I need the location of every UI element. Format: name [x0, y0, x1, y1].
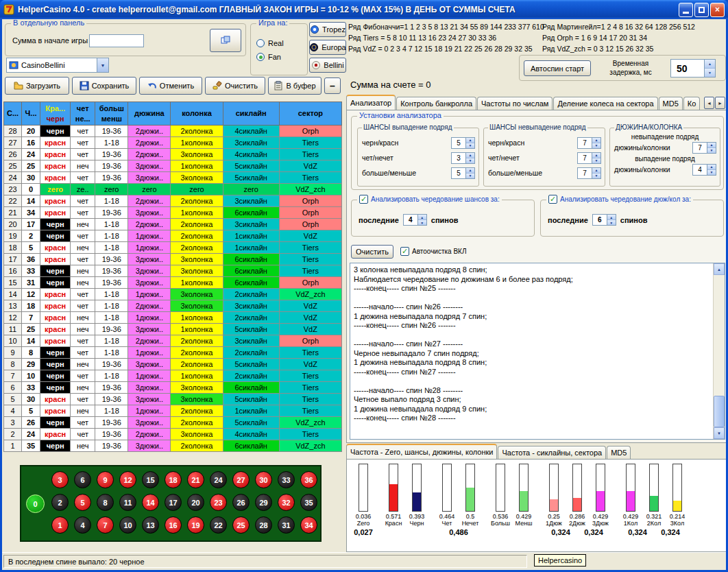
board-number-19[interactable]: 19: [187, 516, 204, 534]
board-number-25[interactable]: 25: [232, 516, 250, 534]
chance-hit-spinner-1-up-icon[interactable]: ▲: [466, 138, 474, 143]
log-scrollbar[interactable]: ▲ ▼: [713, 263, 725, 439]
delay-spinner-value[interactable]: 50: [671, 60, 704, 77]
chance-miss-spinner-1-value[interactable]: 7: [578, 138, 592, 148]
alt-dozens-checkbox[interactable]: ✓Анализировать чередование дюж/кол за:: [548, 195, 691, 204]
board-number-35[interactable]: 35: [300, 494, 317, 511]
dozen-miss-spinner-value[interactable]: 7: [693, 143, 707, 153]
chance-hit-spinner-2-value[interactable]: 3: [452, 153, 465, 163]
alt-chances-spins-spinner-up-icon[interactable]: ▲: [418, 215, 426, 220]
tab-freq-main[interactable]: Частота - Zero, шансы, дюжины, колонки: [346, 444, 497, 460]
minimize-button[interactable]: [679, 3, 693, 17]
board-number-22[interactable]: 22: [210, 516, 227, 534]
scrollbar-thumb[interactable]: [714, 396, 725, 427]
tab-number-frequencies[interactable]: Частоты по числам: [477, 97, 553, 111]
tab-freq-md5[interactable]: MD5: [607, 446, 631, 460]
analysis-log[interactable]: 3 колонка невыпадала подряд 8 спин; Набл…: [350, 263, 725, 440]
dozen-hit-spinner-down-icon[interactable]: ▼: [707, 170, 716, 175]
board-number-23[interactable]: 23: [210, 494, 227, 511]
chance-miss-spinner-2-up-icon[interactable]: ▲: [592, 153, 600, 158]
tabs-scroll-right-icon[interactable]: ►: [715, 97, 725, 109]
collapse-button[interactable]: –: [324, 78, 341, 94]
maximize-button[interactable]: [694, 3, 709, 17]
to-clipboard-button[interactable]: В буфер: [268, 77, 321, 95]
board-number-6[interactable]: 6: [74, 471, 91, 488]
board-number-5[interactable]: 5: [74, 494, 91, 511]
autoclear-checkbox[interactable]: ✓Автоочистка ВКЛ: [400, 247, 467, 256]
load-button[interactable]: Загрузить: [5, 77, 69, 95]
combo-dropdown-button[interactable]: ▼: [97, 58, 108, 72]
board-number-33[interactable]: 33: [278, 471, 295, 488]
undo-button[interactable]: Отменить: [139, 77, 202, 95]
dozen-hit-spinner-value[interactable]: 4: [693, 165, 707, 175]
board-number-13[interactable]: 13: [142, 516, 159, 534]
board-number-28[interactable]: 28: [255, 516, 272, 534]
board-number-24[interactable]: 24: [210, 471, 227, 488]
board-number-1[interactable]: 1: [51, 516, 69, 534]
tab-more[interactable]: Ко: [683, 97, 701, 111]
dozen-miss-spinner-up-icon[interactable]: ▲: [707, 143, 716, 148]
tabs-scroll-left-icon[interactable]: ◄: [704, 97, 714, 109]
alt-dozens-spins-spinner-up-icon[interactable]: ▲: [607, 215, 616, 220]
alt-chances-spins-spinner-value[interactable]: 4: [404, 215, 417, 225]
board-number-3[interactable]: 3: [51, 471, 69, 488]
chance-miss-spinner-2-value[interactable]: 7: [578, 153, 592, 163]
board-number-20[interactable]: 20: [187, 494, 204, 511]
chance-hit-spinner-1-value[interactable]: 5: [452, 138, 465, 148]
alt-chances-checkbox[interactable]: ✓Анализировать чередование шансов за:: [359, 195, 500, 204]
board-number-16[interactable]: 16: [165, 516, 182, 534]
casino-button-bellini[interactable]: Bellini: [309, 58, 346, 73]
board-number-4[interactable]: 4: [74, 516, 91, 534]
tab-bankroll-control[interactable]: Контроль банкролла: [396, 97, 476, 111]
start-sum-input[interactable]: [89, 34, 144, 47]
detach-panel-button[interactable]: [210, 29, 241, 52]
chance-miss-spinner-3-value[interactable]: 7: [578, 168, 592, 178]
alt-chances-spins-spinner-down-icon[interactable]: ▼: [418, 220, 426, 225]
board-number-21[interactable]: 21: [187, 471, 204, 488]
close-button[interactable]: ×: [710, 3, 725, 17]
autospin-start-button[interactable]: Автоспин старт: [524, 60, 591, 76]
board-number-9[interactable]: 9: [97, 471, 114, 488]
board-number-34[interactable]: 34: [300, 516, 317, 534]
board-number-17[interactable]: 17: [165, 494, 182, 511]
chance-hit-spinner-1-down-icon[interactable]: ▼: [466, 143, 474, 148]
alt-dozens-spins-spinner-down-icon[interactable]: ▼: [607, 220, 616, 225]
board-number-32[interactable]: 32: [278, 494, 295, 511]
board-number-26[interactable]: 26: [232, 494, 250, 511]
board-number-2[interactable]: 2: [51, 494, 69, 511]
alt-dozens-spins-spinner-value[interactable]: 6: [593, 215, 607, 225]
chance-miss-spinner-3-up-icon[interactable]: ▲: [592, 168, 600, 174]
tab-md5[interactable]: MD5: [659, 97, 683, 111]
board-number-30[interactable]: 30: [255, 471, 272, 488]
board-number-14[interactable]: 14: [142, 494, 159, 511]
chance-miss-spinner-3-down-icon[interactable]: ▼: [592, 174, 600, 178]
chance-miss-spinner-1-down-icon[interactable]: ▼: [592, 143, 600, 148]
board-number-15[interactable]: 15: [142, 471, 159, 488]
clear-log-button[interactable]: Очистить: [351, 245, 393, 259]
dozen-hit-spinner-up-icon[interactable]: ▲: [707, 165, 716, 170]
chance-hit-spinner-3-value[interactable]: 5: [452, 168, 465, 178]
radio-real[interactable]: Real: [256, 39, 302, 47]
chance-miss-spinner-2-down-icon[interactable]: ▼: [592, 158, 600, 163]
board-number-36[interactable]: 36: [300, 471, 317, 488]
chance-hit-spinner-3-down-icon[interactable]: ▼: [466, 174, 474, 178]
chance-miss-spinner-1-up-icon[interactable]: ▲: [592, 138, 600, 143]
clear-table-button[interactable]: Очистить: [205, 77, 265, 95]
board-number-29[interactable]: 29: [255, 494, 272, 511]
board-number-27[interactable]: 27: [232, 471, 250, 488]
dozen-miss-spinner-down-icon[interactable]: ▼: [707, 148, 716, 153]
casino-select[interactable]: CasinoBellini ▼: [6, 58, 109, 73]
delay-spinner-down-icon[interactable]: ▼: [705, 69, 715, 77]
board-number-8[interactable]: 8: [97, 494, 114, 511]
board-number-7[interactable]: 7: [97, 516, 114, 534]
board-number-10[interactable]: 10: [119, 516, 136, 534]
scroll-up-icon[interactable]: ▲: [714, 263, 725, 275]
delay-spinner-up-icon[interactable]: ▲: [705, 60, 715, 69]
scroll-down-icon[interactable]: ▼: [714, 427, 725, 439]
board-number-18[interactable]: 18: [165, 471, 182, 488]
save-button[interactable]: Сохранить: [72, 77, 136, 95]
radio-fan[interactable]: Fan: [256, 53, 302, 61]
board-number-0[interactable]: 0: [26, 494, 45, 513]
chance-hit-spinner-2-down-icon[interactable]: ▼: [466, 158, 474, 163]
casino-button-europa[interactable]: Europa: [309, 40, 346, 55]
